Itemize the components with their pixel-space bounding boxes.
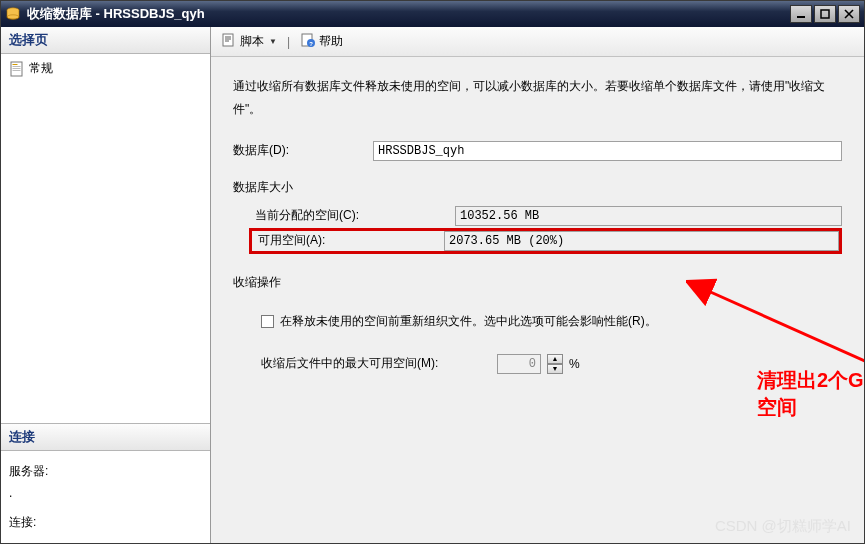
free-value: 2073.65 MB (20%) — [444, 231, 839, 251]
toolbar-help[interactable]: ? 帮助 — [296, 30, 347, 53]
spinner-down-button[interactable]: ▼ — [547, 364, 563, 374]
window-titlebar: 收缩数据库 - HRSSDBJS_qyh — [1, 1, 864, 27]
reorganize-checkbox[interactable] — [261, 315, 274, 328]
server-value-dot: . — [9, 486, 202, 500]
connection-label: 连接: — [9, 514, 202, 531]
sidebar-item-label: 常规 — [29, 60, 53, 77]
dropdown-arrow-icon: ▼ — [269, 37, 277, 46]
toolbar: 脚本 ▼ | ? 帮助 — [211, 27, 864, 57]
reorganize-label: 在释放未使用的空间前重新组织文件。选中此选项可能会影响性能(R)。 — [280, 313, 657, 330]
help-icon: ? — [300, 32, 316, 51]
toolbar-help-label: 帮助 — [319, 33, 343, 50]
window-title: 收缩数据库 - HRSSDBJS_qyh — [27, 5, 790, 23]
allocated-value: 10352.56 MB — [455, 206, 842, 226]
free-label: 可用空间(A): — [252, 232, 444, 249]
svg-rect-8 — [13, 66, 21, 67]
select-page-header: 选择页 — [1, 27, 210, 54]
close-button[interactable] — [838, 5, 860, 23]
annotation-text: 清理出2个G空间 — [757, 367, 864, 421]
intro-text: 通过收缩所有数据库文件释放未使用的空间，可以减小数据库的大小。若要收缩单个数据库… — [233, 75, 842, 121]
database-value: HRSSDBJS_qyh — [373, 141, 842, 161]
left-panel: 选择页 常规 连接 — [1, 27, 211, 543]
percent-label: % — [569, 357, 580, 371]
max-free-label: 收缩后文件中的最大可用空间(M): — [261, 355, 491, 372]
sidebar-item-general[interactable]: 常规 — [7, 58, 204, 79]
script-icon — [221, 32, 237, 51]
svg-rect-9 — [13, 68, 21, 69]
allocated-label: 当前分配的空间(C): — [255, 207, 455, 224]
maximize-button[interactable] — [814, 5, 836, 23]
svg-rect-10 — [13, 70, 21, 71]
database-label: 数据库(D): — [233, 142, 373, 159]
size-section-title: 数据库大小 — [233, 179, 842, 196]
connection-header: 连接 — [1, 424, 210, 451]
right-panel: 脚本 ▼ | ? 帮助 通过收缩所有数据库文件释放未使用的空 — [211, 27, 864, 543]
svg-text:?: ? — [309, 41, 313, 47]
server-label: 服务器: — [9, 463, 202, 480]
spinner-up-button[interactable]: ▲ — [547, 354, 563, 364]
svg-rect-11 — [223, 34, 233, 46]
page-icon — [9, 61, 25, 77]
free-space-row-highlighted: 可用空间(A): 2073.65 MB (20%) — [249, 228, 842, 254]
shrink-section-title: 收缩操作 — [233, 274, 842, 291]
app-icon — [5, 6, 21, 22]
main-content: 通过收缩所有数据库文件释放未使用的空间，可以减小数据库的大小。若要收缩单个数据库… — [211, 57, 864, 543]
annotation-arrow — [686, 275, 864, 395]
toolbar-script-label: 脚本 — [240, 33, 264, 50]
toolbar-separator: | — [287, 35, 290, 49]
svg-rect-7 — [13, 64, 18, 65]
toolbar-script[interactable]: 脚本 ▼ — [217, 30, 281, 53]
max-free-spinner[interactable]: 0 — [497, 354, 541, 374]
svg-rect-3 — [821, 10, 829, 18]
minimize-button[interactable] — [790, 5, 812, 23]
